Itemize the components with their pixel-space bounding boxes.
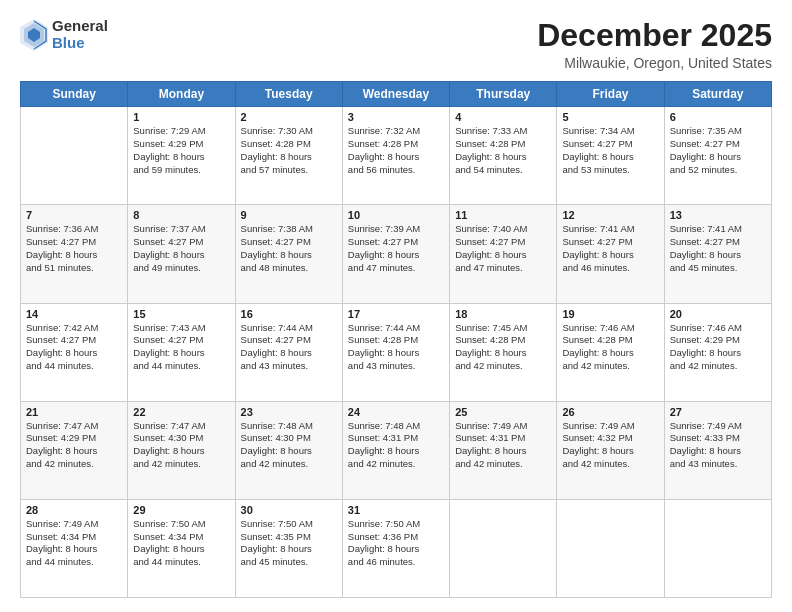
day-info: Sunrise: 7:39 AM Sunset: 4:27 PM Dayligh… bbox=[348, 223, 444, 274]
calendar-cell: 9Sunrise: 7:38 AM Sunset: 4:27 PM Daylig… bbox=[235, 205, 342, 303]
day-number: 5 bbox=[562, 111, 658, 123]
calendar-cell: 31Sunrise: 7:50 AM Sunset: 4:36 PM Dayli… bbox=[342, 499, 449, 597]
day-number: 10 bbox=[348, 209, 444, 221]
day-info: Sunrise: 7:47 AM Sunset: 4:30 PM Dayligh… bbox=[133, 420, 229, 471]
day-number: 11 bbox=[455, 209, 551, 221]
day-info: Sunrise: 7:38 AM Sunset: 4:27 PM Dayligh… bbox=[241, 223, 337, 274]
calendar-cell bbox=[21, 107, 128, 205]
day-info: Sunrise: 7:45 AM Sunset: 4:28 PM Dayligh… bbox=[455, 322, 551, 373]
calendar-cell: 8Sunrise: 7:37 AM Sunset: 4:27 PM Daylig… bbox=[128, 205, 235, 303]
day-info: Sunrise: 7:46 AM Sunset: 4:29 PM Dayligh… bbox=[670, 322, 766, 373]
calendar-cell: 19Sunrise: 7:46 AM Sunset: 4:28 PM Dayli… bbox=[557, 303, 664, 401]
week-row-1: 1Sunrise: 7:29 AM Sunset: 4:29 PM Daylig… bbox=[21, 107, 772, 205]
calendar-cell bbox=[450, 499, 557, 597]
calendar-cell: 6Sunrise: 7:35 AM Sunset: 4:27 PM Daylig… bbox=[664, 107, 771, 205]
day-info: Sunrise: 7:37 AM Sunset: 4:27 PM Dayligh… bbox=[133, 223, 229, 274]
day-number: 26 bbox=[562, 406, 658, 418]
calendar-cell: 26Sunrise: 7:49 AM Sunset: 4:32 PM Dayli… bbox=[557, 401, 664, 499]
calendar-cell: 7Sunrise: 7:36 AM Sunset: 4:27 PM Daylig… bbox=[21, 205, 128, 303]
day-info: Sunrise: 7:49 AM Sunset: 4:32 PM Dayligh… bbox=[562, 420, 658, 471]
calendar-cell: 20Sunrise: 7:46 AM Sunset: 4:29 PM Dayli… bbox=[664, 303, 771, 401]
day-info: Sunrise: 7:50 AM Sunset: 4:36 PM Dayligh… bbox=[348, 518, 444, 569]
day-info: Sunrise: 7:49 AM Sunset: 4:34 PM Dayligh… bbox=[26, 518, 122, 569]
day-number: 16 bbox=[241, 308, 337, 320]
calendar-cell: 12Sunrise: 7:41 AM Sunset: 4:27 PM Dayli… bbox=[557, 205, 664, 303]
day-number: 1 bbox=[133, 111, 229, 123]
title-block: December 2025 Milwaukie, Oregon, United … bbox=[537, 18, 772, 71]
day-info: Sunrise: 7:47 AM Sunset: 4:29 PM Dayligh… bbox=[26, 420, 122, 471]
day-info: Sunrise: 7:36 AM Sunset: 4:27 PM Dayligh… bbox=[26, 223, 122, 274]
day-number: 4 bbox=[455, 111, 551, 123]
calendar-cell: 17Sunrise: 7:44 AM Sunset: 4:28 PM Dayli… bbox=[342, 303, 449, 401]
calendar-cell: 27Sunrise: 7:49 AM Sunset: 4:33 PM Dayli… bbox=[664, 401, 771, 499]
calendar-cell: 2Sunrise: 7:30 AM Sunset: 4:28 PM Daylig… bbox=[235, 107, 342, 205]
day-of-week-monday: Monday bbox=[128, 82, 235, 107]
day-of-week-wednesday: Wednesday bbox=[342, 82, 449, 107]
logo-general-text: General bbox=[52, 18, 108, 35]
day-number: 3 bbox=[348, 111, 444, 123]
day-number: 24 bbox=[348, 406, 444, 418]
calendar-cell: 29Sunrise: 7:50 AM Sunset: 4:34 PM Dayli… bbox=[128, 499, 235, 597]
logo: General Blue bbox=[20, 18, 108, 51]
calendar-cell bbox=[664, 499, 771, 597]
logo-text: General Blue bbox=[52, 18, 108, 51]
day-number: 14 bbox=[26, 308, 122, 320]
week-row-5: 28Sunrise: 7:49 AM Sunset: 4:34 PM Dayli… bbox=[21, 499, 772, 597]
day-info: Sunrise: 7:40 AM Sunset: 4:27 PM Dayligh… bbox=[455, 223, 551, 274]
calendar-cell bbox=[557, 499, 664, 597]
day-info: Sunrise: 7:30 AM Sunset: 4:28 PM Dayligh… bbox=[241, 125, 337, 176]
day-info: Sunrise: 7:41 AM Sunset: 4:27 PM Dayligh… bbox=[562, 223, 658, 274]
calendar-table: SundayMondayTuesdayWednesdayThursdayFrid… bbox=[20, 81, 772, 598]
day-info: Sunrise: 7:32 AM Sunset: 4:28 PM Dayligh… bbox=[348, 125, 444, 176]
day-info: Sunrise: 7:41 AM Sunset: 4:27 PM Dayligh… bbox=[670, 223, 766, 274]
calendar-cell: 5Sunrise: 7:34 AM Sunset: 4:27 PM Daylig… bbox=[557, 107, 664, 205]
calendar-cell: 22Sunrise: 7:47 AM Sunset: 4:30 PM Dayli… bbox=[128, 401, 235, 499]
day-number: 12 bbox=[562, 209, 658, 221]
calendar-cell: 1Sunrise: 7:29 AM Sunset: 4:29 PM Daylig… bbox=[128, 107, 235, 205]
day-info: Sunrise: 7:35 AM Sunset: 4:27 PM Dayligh… bbox=[670, 125, 766, 176]
calendar-cell: 18Sunrise: 7:45 AM Sunset: 4:28 PM Dayli… bbox=[450, 303, 557, 401]
day-info: Sunrise: 7:48 AM Sunset: 4:30 PM Dayligh… bbox=[241, 420, 337, 471]
calendar-cell: 16Sunrise: 7:44 AM Sunset: 4:27 PM Dayli… bbox=[235, 303, 342, 401]
calendar-cell: 25Sunrise: 7:49 AM Sunset: 4:31 PM Dayli… bbox=[450, 401, 557, 499]
day-number: 31 bbox=[348, 504, 444, 516]
day-info: Sunrise: 7:33 AM Sunset: 4:28 PM Dayligh… bbox=[455, 125, 551, 176]
days-of-week-row: SundayMondayTuesdayWednesdayThursdayFrid… bbox=[21, 82, 772, 107]
day-info: Sunrise: 7:44 AM Sunset: 4:27 PM Dayligh… bbox=[241, 322, 337, 373]
page: General Blue December 2025 Milwaukie, Or… bbox=[0, 0, 792, 612]
day-number: 29 bbox=[133, 504, 229, 516]
calendar-cell: 28Sunrise: 7:49 AM Sunset: 4:34 PM Dayli… bbox=[21, 499, 128, 597]
calendar-cell: 30Sunrise: 7:50 AM Sunset: 4:35 PM Dayli… bbox=[235, 499, 342, 597]
header: General Blue December 2025 Milwaukie, Or… bbox=[20, 18, 772, 71]
calendar-cell: 23Sunrise: 7:48 AM Sunset: 4:30 PM Dayli… bbox=[235, 401, 342, 499]
week-row-4: 21Sunrise: 7:47 AM Sunset: 4:29 PM Dayli… bbox=[21, 401, 772, 499]
day-info: Sunrise: 7:48 AM Sunset: 4:31 PM Dayligh… bbox=[348, 420, 444, 471]
day-info: Sunrise: 7:34 AM Sunset: 4:27 PM Dayligh… bbox=[562, 125, 658, 176]
day-number: 25 bbox=[455, 406, 551, 418]
day-number: 22 bbox=[133, 406, 229, 418]
calendar-cell: 24Sunrise: 7:48 AM Sunset: 4:31 PM Dayli… bbox=[342, 401, 449, 499]
logo-blue-text: Blue bbox=[52, 35, 108, 52]
calendar-header: SundayMondayTuesdayWednesdayThursdayFrid… bbox=[21, 82, 772, 107]
day-number: 13 bbox=[670, 209, 766, 221]
day-number: 21 bbox=[26, 406, 122, 418]
day-info: Sunrise: 7:29 AM Sunset: 4:29 PM Dayligh… bbox=[133, 125, 229, 176]
day-number: 27 bbox=[670, 406, 766, 418]
logo-icon bbox=[20, 19, 48, 51]
day-number: 23 bbox=[241, 406, 337, 418]
calendar-cell: 14Sunrise: 7:42 AM Sunset: 4:27 PM Dayli… bbox=[21, 303, 128, 401]
day-number: 7 bbox=[26, 209, 122, 221]
day-of-week-thursday: Thursday bbox=[450, 82, 557, 107]
week-row-2: 7Sunrise: 7:36 AM Sunset: 4:27 PM Daylig… bbox=[21, 205, 772, 303]
day-info: Sunrise: 7:43 AM Sunset: 4:27 PM Dayligh… bbox=[133, 322, 229, 373]
calendar-cell: 15Sunrise: 7:43 AM Sunset: 4:27 PM Dayli… bbox=[128, 303, 235, 401]
calendar-cell: 11Sunrise: 7:40 AM Sunset: 4:27 PM Dayli… bbox=[450, 205, 557, 303]
day-info: Sunrise: 7:50 AM Sunset: 4:35 PM Dayligh… bbox=[241, 518, 337, 569]
calendar-cell: 21Sunrise: 7:47 AM Sunset: 4:29 PM Dayli… bbox=[21, 401, 128, 499]
day-of-week-friday: Friday bbox=[557, 82, 664, 107]
day-number: 6 bbox=[670, 111, 766, 123]
day-number: 19 bbox=[562, 308, 658, 320]
calendar-cell: 4Sunrise: 7:33 AM Sunset: 4:28 PM Daylig… bbox=[450, 107, 557, 205]
week-row-3: 14Sunrise: 7:42 AM Sunset: 4:27 PM Dayli… bbox=[21, 303, 772, 401]
day-info: Sunrise: 7:50 AM Sunset: 4:34 PM Dayligh… bbox=[133, 518, 229, 569]
